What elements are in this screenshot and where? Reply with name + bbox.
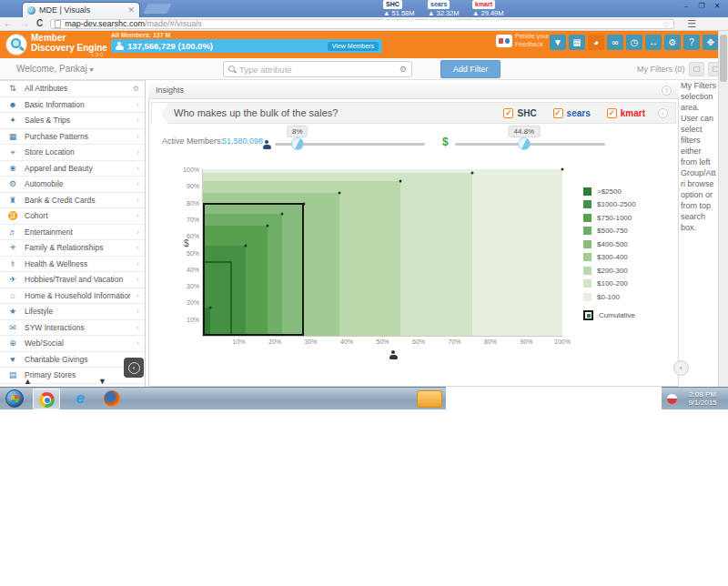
checkbox-icon[interactable]: ✓ bbox=[553, 108, 563, 118]
sidebar-item-purchase-patterns[interactable]: ▦Purchase Patterns› bbox=[0, 129, 145, 146]
chevron-right-icon[interactable]: › bbox=[136, 132, 139, 141]
sidebar-item-sales-trips[interactable]: ✦Sales & Trips› bbox=[0, 113, 145, 129]
chevron-right-icon[interactable]: › bbox=[136, 323, 139, 332]
funnel-chart-button[interactable]: ▼ bbox=[550, 35, 566, 50]
pie-chart-button[interactable]: ◕ bbox=[588, 35, 604, 50]
sidebar-item-bank-credit-cards[interactable]: ♜Bank & Credit Cards› bbox=[0, 193, 145, 209]
taskbar-app-button[interactable] bbox=[417, 390, 442, 408]
feedback-label[interactable]: Pebble your Feedback bbox=[515, 33, 551, 48]
next-insight-button[interactable]: › bbox=[658, 108, 668, 118]
bookmark-star-icon[interactable]: ☆ bbox=[662, 19, 670, 29]
panel-help-icon[interactable]: ? bbox=[662, 86, 672, 96]
browser-tab[interactable]: MDE | Visuals ✕ bbox=[22, 2, 140, 17]
refresh-button[interactable]: C bbox=[33, 19, 46, 28]
start-button[interactable] bbox=[5, 389, 24, 408]
cumulative-box[interactable] bbox=[203, 203, 304, 336]
my-filters-label: My Filters (0) bbox=[637, 65, 685, 74]
x-tick-label: 60% bbox=[412, 338, 425, 345]
taskbar-chrome-button[interactable] bbox=[33, 389, 60, 409]
panel-back-button[interactable]: ‹ bbox=[673, 360, 689, 376]
binoculars-button[interactable]: ∞ bbox=[607, 35, 623, 50]
search-settings-icon[interactable]: ⚙ bbox=[399, 65, 407, 74]
address-bar[interactable]: map-dev.searshc.com/made/#/visuals ☆ bbox=[50, 19, 674, 29]
tray-app-icon[interactable] bbox=[667, 394, 677, 404]
taskbar-ie-button[interactable]: e bbox=[71, 389, 89, 408]
user-menu[interactable]: Welcome, Pankaj ▾ bbox=[16, 64, 93, 74]
add-filter-button[interactable]: Add Filter bbox=[440, 60, 500, 78]
sidebar-item-automobile[interactable]: ⚙Automobile› bbox=[0, 177, 145, 193]
members-slider-thumb[interactable] bbox=[291, 137, 304, 150]
toggle-SHC[interactable]: ✓SHC bbox=[503, 108, 536, 118]
chevron-right-icon[interactable]: › bbox=[136, 196, 139, 205]
chevron-right-icon[interactable]: › bbox=[136, 227, 139, 237]
sidebar-item-syw-interactions[interactable]: ✉SYW Interactions› bbox=[0, 320, 145, 337]
sidebar-scroll-down-icon[interactable]: ▼ bbox=[98, 377, 106, 386]
taskbar-firefox-button[interactable] bbox=[104, 390, 120, 407]
table-icon: ▦ bbox=[572, 37, 581, 47]
sidebar-item-health-wellness[interactable]: ⚕Health & Wellness› bbox=[0, 257, 145, 273]
settings-button[interactable]: ⚙ bbox=[664, 35, 681, 50]
checkbox-icon[interactable]: ✓ bbox=[503, 108, 513, 118]
sidebar-item-all-attributes[interactable]: ⇅All Attributes⚙ bbox=[0, 81, 145, 97]
help-button[interactable]: ? bbox=[683, 35, 700, 50]
sidebar-collapse-button[interactable]: ‹ bbox=[124, 358, 144, 378]
back-button[interactable]: ← bbox=[0, 19, 16, 28]
scrollbar-thumb[interactable] bbox=[720, 35, 727, 82]
chevron-right-icon[interactable]: › bbox=[136, 243, 139, 252]
window-restore-button[interactable]: ❐ bbox=[694, 0, 709, 12]
chevron-right-icon[interactable]: › bbox=[136, 259, 139, 268]
page-scrollbar[interactable] bbox=[718, 31, 728, 387]
tab-close-icon[interactable]: ✕ bbox=[127, 5, 135, 15]
sidebar-item-cohort[interactable]: ♊Cohort› bbox=[0, 208, 145, 225]
chevron-right-icon[interactable]: › bbox=[136, 116, 139, 125]
sort-icon: ⇅ bbox=[7, 84, 18, 93]
chevron-right-icon[interactable]: › bbox=[136, 291, 139, 300]
history-button[interactable]: ◷ bbox=[626, 35, 642, 50]
gear-icon[interactable]: ⚙ bbox=[133, 85, 139, 93]
sidebar-item-basic-information[interactable]: ☻Basic Information› bbox=[0, 97, 145, 114]
compare-arrows-button[interactable]: ↔ bbox=[645, 35, 662, 50]
toggle-kmart[interactable]: ✓kmart bbox=[607, 108, 645, 118]
attribute-search-input[interactable]: Type attribute ⚙ bbox=[223, 61, 412, 77]
members-slider[interactable]: 8% bbox=[275, 143, 425, 146]
data-point bbox=[471, 171, 474, 174]
chevron-right-icon[interactable]: › bbox=[136, 147, 139, 157]
sidebar-item-apparel-and-beauty[interactable]: ❀Apparel and Beauty› bbox=[0, 161, 145, 177]
sidebar-item-lifestyle[interactable]: ★Lifestyle› bbox=[0, 304, 145, 320]
view-members-button[interactable]: View Members bbox=[328, 42, 379, 51]
chevron-right-icon[interactable]: › bbox=[136, 164, 139, 173]
sidebar-item-entertainment[interactable]: ♬Entertainment› bbox=[0, 225, 145, 241]
window-minimize-button[interactable]: – bbox=[679, 0, 693, 12]
browser-menu-icon[interactable]: ☰ bbox=[683, 19, 700, 29]
sidebar-item-home-household-information[interactable]: ⌂Home & Household Information› bbox=[0, 288, 145, 305]
taskbar-clock[interactable]: 2:08 PM 9/1/2015 bbox=[677, 390, 728, 407]
feedback-bubble-icon[interactable] bbox=[496, 35, 512, 47]
sidebar-item-family-relationships[interactable]: ✳Family & Relationships› bbox=[0, 240, 145, 257]
sidebar-item-web-social[interactable]: ⊕Web/Social› bbox=[0, 336, 145, 352]
checkbox-icon[interactable]: ✓ bbox=[607, 108, 617, 118]
sales-slider-thumb[interactable] bbox=[518, 137, 531, 150]
pie-chart-icon: ◕ bbox=[593, 37, 599, 47]
sidebar-scroll-up-icon[interactable]: ▲ bbox=[24, 377, 32, 386]
chevron-right-icon[interactable]: › bbox=[136, 179, 139, 188]
new-tab-button[interactable] bbox=[143, 4, 171, 14]
cumulative-sales-chart[interactable]: 10%20%30%40%50%60%70%80%90%100%10%20%30%… bbox=[202, 169, 562, 337]
sales-slider[interactable]: 44.8% bbox=[455, 143, 605, 146]
expand-button[interactable]: ✥ bbox=[703, 35, 719, 50]
chevron-right-icon[interactable]: › bbox=[136, 275, 139, 284]
sidebar-item-hobbies-travel-and-vacation[interactable]: ✈Hobbies/Travel and Vacation› bbox=[0, 272, 145, 288]
insight-question: Who makes up the bulk of the sales? bbox=[174, 107, 487, 118]
sidebar-item-store-location[interactable]: ⌖Store Location› bbox=[0, 145, 145, 161]
chevron-right-icon[interactable]: › bbox=[136, 211, 139, 220]
forward-button[interactable]: → bbox=[16, 19, 33, 28]
chevron-right-icon[interactable]: › bbox=[136, 307, 139, 316]
chevron-right-icon[interactable]: › bbox=[136, 100, 139, 109]
chevron-right-icon[interactable]: › bbox=[136, 338, 139, 348]
legend-swatch-icon bbox=[583, 200, 592, 208]
save-filter-button[interactable] bbox=[689, 62, 704, 76]
table-button[interactable]: ▦ bbox=[569, 35, 585, 50]
toggle-sears[interactable]: ✓sears bbox=[553, 108, 591, 118]
window-close-button[interactable]: ✕ bbox=[710, 0, 724, 12]
sidebar-item-label: Basic Information bbox=[25, 100, 130, 109]
sidebar-item-label: Primary Stores bbox=[25, 370, 130, 379]
